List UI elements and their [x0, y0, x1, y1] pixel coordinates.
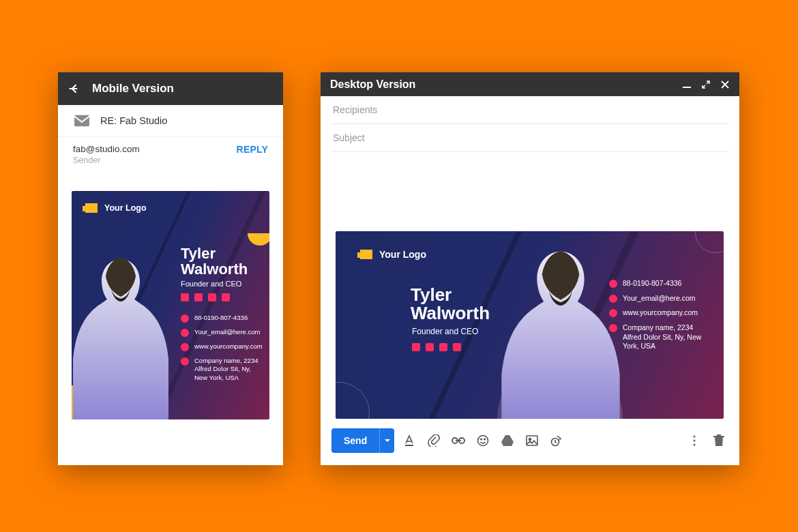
logo-text: Your Logo	[104, 203, 147, 213]
linkedin-icon[interactable]	[222, 293, 230, 301]
email-signature-desktop: Your Logo TylerWalworth Founder and CEO	[336, 231, 724, 419]
contact-list: 88-0190-807-4336 Your_email@here.com www…	[609, 279, 705, 351]
contact-address: Company name, 2234 Alfred Dolor Sit, Ny,…	[623, 323, 705, 351]
mobile-subject-text: RE: Fab Studio	[100, 115, 167, 126]
contact-phone: 88-0190-807-4336	[194, 314, 248, 322]
signature-logo: Your Logo	[360, 249, 426, 260]
person-photo	[492, 241, 629, 419]
mobile-titlebar: Mobile Version	[58, 72, 283, 105]
svg-point-8	[481, 439, 482, 440]
phone-icon	[181, 314, 189, 323]
compose-toolbar: Send	[321, 419, 739, 465]
instagram-icon[interactable]	[208, 293, 216, 301]
send-dropdown[interactable]	[379, 428, 394, 453]
desktop-compose-window: Desktop Version Recipients Subject Your …	[321, 72, 739, 465]
logo-mark-icon	[360, 250, 372, 259]
from-address: fab@studio.com	[73, 144, 140, 154]
facebook-icon[interactable]	[412, 343, 420, 351]
contact-email: Your_email@here.com	[194, 328, 260, 336]
back-arrow-icon[interactable]	[68, 82, 81, 95]
globe-icon	[609, 309, 617, 317]
schedule-icon[interactable]	[547, 431, 566, 450]
signature-logo: Your Logo	[85, 203, 147, 213]
emoji-icon[interactable]	[473, 431, 492, 450]
logo-mark-icon	[85, 203, 98, 213]
svg-point-11	[529, 439, 531, 441]
location-icon	[609, 324, 617, 332]
svg-point-14	[693, 439, 695, 441]
contact-address: Company name, 2234 Alfred Dolor Sit, Ny,…	[194, 357, 263, 382]
signature-name: TylerWalworth	[181, 246, 248, 277]
mobile-window-title: Mobile Version	[92, 82, 174, 95]
email-icon	[181, 329, 189, 337]
facebook-icon[interactable]	[181, 293, 189, 301]
envelope-icon	[74, 115, 89, 127]
email-icon	[609, 295, 617, 303]
signature-role: Founder and CEO	[412, 327, 478, 336]
svg-point-13	[693, 435, 695, 437]
person-photo	[72, 246, 175, 419]
more-icon[interactable]	[685, 431, 704, 450]
recipients-field[interactable]: Recipients	[331, 96, 728, 124]
svg-rect-0	[74, 115, 89, 127]
contact-phone: 88-0190-807-4336	[623, 279, 681, 289]
sender-label: Sender	[73, 156, 140, 165]
location-icon	[181, 357, 189, 366]
compose-body[interactable]: Your Logo TylerWalworth Founder and CEO	[321, 152, 739, 419]
attach-icon[interactable]	[424, 431, 443, 450]
twitter-icon[interactable]	[194, 293, 203, 301]
globe-icon	[181, 343, 189, 351]
contact-website: www.yourcompany.com	[194, 342, 263, 351]
svg-point-15	[693, 443, 695, 445]
logo-text: Your Logo	[379, 249, 426, 260]
instagram-icon[interactable]	[439, 343, 447, 351]
expand-icon[interactable]	[701, 80, 711, 89]
linkedin-icon[interactable]	[453, 343, 461, 351]
send-button[interactable]: Send	[331, 428, 379, 453]
mobile-from-row: fab@studio.com Sender REPLY	[58, 137, 283, 171]
social-icons	[181, 293, 230, 301]
link-icon[interactable]	[449, 431, 468, 450]
trash-icon[interactable]	[709, 431, 728, 450]
desktop-window-title: Desktop Version	[330, 78, 673, 91]
contact-website: www.yourcompany.com	[623, 308, 698, 318]
svg-rect-4	[405, 445, 413, 446]
close-icon[interactable]	[720, 80, 730, 89]
image-icon[interactable]	[522, 431, 542, 450]
drive-icon[interactable]	[498, 431, 517, 450]
signature-role: Founder and CEO	[181, 280, 241, 288]
contact-email: Your_email@here.com	[623, 294, 696, 304]
mobile-subject-row: RE: Fab Studio	[58, 105, 283, 137]
social-icons	[412, 343, 461, 351]
svg-point-9	[484, 439, 486, 440]
contact-list: 88-0190-807-4336 Your_email@here.com www…	[181, 314, 263, 382]
phone-icon	[609, 280, 617, 288]
twitter-icon[interactable]	[426, 343, 434, 351]
mobile-email-window: Mobile Version RE: Fab Studio fab@studio…	[58, 72, 283, 465]
reply-button[interactable]: REPLY	[237, 144, 268, 155]
svg-rect-2	[683, 87, 691, 88]
signature-name: TylerWalworth	[411, 286, 490, 323]
subject-field[interactable]: Subject	[331, 124, 728, 152]
email-signature-mobile: Your Logo TylerWalworth Founder and CEO …	[72, 191, 269, 419]
minimize-icon[interactable]	[682, 80, 692, 89]
svg-point-7	[478, 436, 488, 446]
text-format-icon[interactable]	[400, 431, 419, 450]
desktop-titlebar: Desktop Version	[321, 72, 739, 96]
